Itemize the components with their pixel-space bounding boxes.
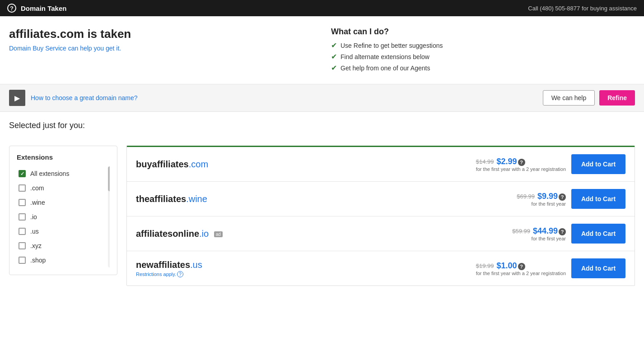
domain-sub-affiliatesonline: for the first year [512,236,566,241]
hero-section: affiliates.com is taken Domain Buy Servi… [0,16,644,84]
ext-checkbox-shop[interactable] [19,257,26,264]
ext-checkbox-com[interactable] [19,184,26,192]
domain-base-newaffiliates: newaffiliates [136,260,190,270]
check-icon-1: ✔ [331,41,337,50]
check-icon-2: ✔ [331,52,337,61]
domain-old-price-newaffiliates: $19.99 [476,262,494,269]
add-to-cart-newaffiliates[interactable]: Add to Cart [571,258,625,278]
hero-right: What can I do? ✔ Use Refine to get bette… [331,27,635,75]
info-icon-buyaffiliates[interactable]: ? [518,159,525,166]
domain-new-price-buyaffiliates: $2.99? [496,157,525,166]
domain-ext-buyaffiliates: .com [189,159,208,169]
refine-button[interactable]: Refine [599,90,635,106]
extensions-title: Extensions [17,153,110,161]
domain-new-price-theaffiliates: $9.99? [537,192,566,201]
check-label-1: Use Refine to get better suggestions [341,42,443,49]
domain-row-affiliatesonline: affiliatesonline.io ad $59.99 $44.99? fo… [127,216,635,251]
help-bar: ▶ How to choose a great domain name? We … [0,84,644,112]
extensions-list: All extensions .com .wine .io .us [17,166,110,267]
check-label-2: Find alternate extensions below [341,53,429,60]
what-can-title: What can I do? [331,27,635,37]
we-can-help-button[interactable]: We can help [543,90,595,106]
hero-left: affiliates.com is taken Domain Buy Servi… [9,27,313,75]
ext-item-io[interactable]: .io [17,210,110,224]
ext-item-us[interactable]: .us [17,224,110,239]
add-to-cart-buyaffiliates[interactable]: Add to Cart [571,154,625,174]
scrollbar-thumb[interactable] [108,166,110,191]
domain-base-buyaffiliates: buyaffiliates [136,159,189,169]
video-icon[interactable]: ▶ [9,90,25,106]
question-icon: ? [7,4,16,13]
domain-price-row-affiliatesonline: $59.99 $44.99? [512,226,566,236]
domain-ext-newaffiliates: .us [190,260,202,270]
domain-name-theaffiliates: theaffiliates.wine [136,194,511,204]
ext-checkbox-all[interactable] [19,170,26,177]
ext-item-wine[interactable]: .wine [17,195,110,210]
domain-price-theaffiliates: $69.99 $9.99? for the first year [517,192,566,207]
domain-old-price-affiliatesonline: $59.99 [512,228,530,235]
domain-base-theaffiliates: theaffiliates [136,194,186,204]
ext-label-wine: .wine [30,199,45,206]
ext-item-xyz[interactable]: .xyz [17,239,110,253]
domain-new-price-newaffiliates: $1.00? [496,261,525,271]
restrictions-help-icon[interactable]: ? [177,271,183,277]
add-to-cart-affiliatesonline[interactable]: Add to Cart [571,224,625,244]
check-item-2: ✔ Find alternate extensions below [331,52,635,61]
ext-label-com: .com [30,184,44,192]
domain-sub-theaffiliates: for the first year [517,201,566,207]
ad-badge-affiliatesonline: ad [214,231,223,237]
domain-name-affiliatesonline: affiliatesonline.io ad [136,229,507,239]
domain-sub-buyaffiliates: for the first year with a 2 year registr… [476,166,566,172]
ext-checkbox-wine[interactable] [19,199,26,206]
check-item-1: ✔ Use Refine to get better suggestions [331,41,635,50]
domain-row-theaffiliates: theaffiliates.wine $69.99 $9.99? for the… [127,182,635,216]
domain-price-row-newaffiliates: $19.99 $1.00? [476,261,566,271]
extensions-sidebar: Extensions All extensions .com .wine [9,146,117,275]
domain-price-newaffiliates: $19.99 $1.00? for the first year with a … [476,261,566,276]
domain-name-buyaffiliates: buyaffiliates.com [136,159,471,170]
top-bar: ? Domain Taken Call (480) 505-8877 for b… [0,0,644,16]
info-icon-newaffiliates[interactable]: ? [518,263,525,270]
domain-row-buyaffiliates: buyaffiliates.com $14.99 $2.99? for the … [127,147,635,182]
domain-taken-heading: affiliates.com is taken [9,27,313,41]
buy-service-link[interactable]: Domain Buy Service can help you get it. [9,45,121,52]
domain-row-newaffiliates: newaffiliates.us Restrictions apply.? $1… [127,251,635,285]
domain-price-buyaffiliates: $14.99 $2.99? for the first year with a … [476,157,566,172]
domain-name-newaffiliates: newaffiliates.us [136,260,471,270]
help-bar-link[interactable]: How to choose a great domain name? [31,94,537,101]
ext-item-com[interactable]: .com [17,181,110,195]
add-to-cart-theaffiliates[interactable]: Add to Cart [571,189,625,209]
ext-checkbox-xyz[interactable] [19,242,26,249]
ext-label-xyz: .xyz [30,242,42,249]
scrollbar-track [108,166,110,267]
domain-base-affiliatesonline: affiliatesonline [136,229,199,239]
domain-new-price-affiliatesonline: $44.99? [533,226,566,236]
check-icon-3: ✔ [331,64,337,72]
help-bar-buttons: We can help Refine [543,90,635,106]
main-content: Extensions All extensions .com .wine [0,137,644,295]
domain-price-row-buyaffiliates: $14.99 $2.99? [476,157,566,166]
top-bar-phone: Call (480) 505-8877 for buying assistanc… [528,5,637,12]
ext-checkbox-us[interactable] [19,228,26,235]
domain-old-price-buyaffiliates: $14.99 [476,158,494,165]
ext-label-all: All extensions [30,170,69,177]
domain-ext-theaffiliates: .wine [186,194,207,204]
ext-item-all[interactable]: All extensions [17,166,110,181]
restrictions-note: Restrictions apply.? [136,270,471,277]
domain-price-row-theaffiliates: $69.99 $9.99? [517,192,566,201]
ext-label-io: .io [30,213,37,221]
section-title: Selected just for you: [9,121,635,130]
top-bar-title: Domain Taken [21,5,523,12]
check-label-3: Get help from one of our Agents [341,64,430,72]
ext-label-us: .us [30,228,39,235]
info-icon-affiliatesonline[interactable]: ? [559,228,566,235]
domain-old-price-theaffiliates: $69.99 [517,193,535,200]
domain-price-affiliatesonline: $59.99 $44.99? for the first year [512,226,566,241]
ext-checkbox-io[interactable] [19,213,26,221]
domain-list: buyaffiliates.com $14.99 $2.99? for the … [126,146,635,286]
info-icon-theaffiliates[interactable]: ? [559,193,566,201]
domain-info-newaffiliates: newaffiliates.us Restrictions apply.? [136,260,471,277]
domain-sub-newaffiliates: for the first year with a 2 year registr… [476,271,566,276]
ext-label-shop: .shop [30,257,46,264]
ext-item-shop[interactable]: .shop [17,253,110,267]
